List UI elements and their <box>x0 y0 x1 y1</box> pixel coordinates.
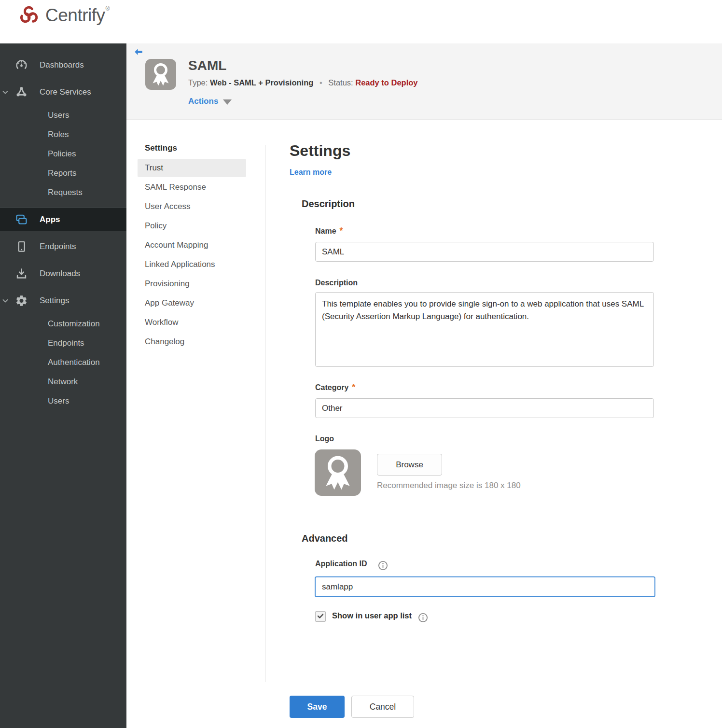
sidebar-item-endpoints[interactable]: Endpoints <box>0 237 126 256</box>
subnav-item-provisioning[interactable]: Provisioning <box>138 275 246 293</box>
back-arrow-icon[interactable] <box>133 47 144 57</box>
subnav-item-workflow[interactable]: Workflow <box>138 313 246 332</box>
subnav-item-changelog[interactable]: Changelog <box>138 333 246 351</box>
sidebar-item-label: Downloads <box>40 269 80 279</box>
subnav-item-label: Linked Applications <box>145 260 215 269</box>
chevron-down-icon <box>1 88 9 96</box>
ribbon-icon <box>145 59 176 90</box>
dashboard-gauge-icon <box>15 59 28 72</box>
sidebar-item-policies[interactable]: Policies <box>0 144 126 164</box>
status-value: Ready to Deploy <box>355 78 417 87</box>
sidebar-item-core-services[interactable]: Core Services <box>0 83 126 102</box>
sidebar-item-roles[interactable]: Roles <box>0 125 126 144</box>
description-label: Description <box>315 279 358 287</box>
vertical-divider <box>265 145 265 682</box>
sidebar-item-downloads[interactable]: Downloads <box>0 264 126 283</box>
category-input[interactable] <box>315 398 654 418</box>
status-label: Status: <box>328 78 353 87</box>
browse-button[interactable]: Browse <box>377 454 442 476</box>
subnav-item-linked-applications[interactable]: Linked Applications <box>138 255 246 274</box>
sidebar-item-label: Authentication <box>48 358 100 367</box>
checkmark-icon <box>317 612 324 620</box>
subnav-heading: Settings <box>145 143 177 153</box>
sidebar: Dashboards Core Services Users Roles Pol… <box>0 43 126 728</box>
subnav-item-label: Policy <box>145 221 167 231</box>
name-input[interactable] <box>315 242 654 262</box>
type-label: Type: <box>188 78 208 87</box>
sidebar-item-label: Customization <box>48 319 100 329</box>
sidebar-item-label: Core Services <box>40 87 91 97</box>
gear-icon <box>15 294 28 308</box>
subnav-item-label: Changelog <box>145 337 184 347</box>
subnav-item-label: Workflow <box>145 318 179 327</box>
sidebar-item-label: Requests <box>48 188 83 197</box>
subnav-item-account-mapping[interactable]: Account Mapping <box>138 236 246 254</box>
description-textarea[interactable]: This template enables you to provide sin… <box>315 292 654 367</box>
actions-dropdown[interactable]: Actions <box>188 97 232 106</box>
required-asterisk: * <box>352 382 355 392</box>
learn-more-link[interactable]: Learn more <box>290 168 332 177</box>
application-id-input[interactable] <box>315 576 655 597</box>
sidebar-item-label: Users <box>48 396 69 406</box>
sidebar-item-label: Reports <box>48 168 77 178</box>
sidebar-item-label: Endpoints <box>40 242 76 252</box>
subnav-item-app-gateway[interactable]: App Gateway <box>138 294 246 312</box>
sidebar-item-settings-users[interactable]: Users <box>0 392 126 411</box>
name-label: Name* <box>315 226 343 236</box>
app-header: SAML Type: Web - SAML + Provisioning • S… <box>126 43 722 120</box>
logo-size-hint: Recommended image size is 180 x 180 <box>377 481 521 490</box>
info-icon[interactable] <box>418 613 428 623</box>
sidebar-item-label: Dashboards <box>40 60 84 70</box>
sidebar-item-network[interactable]: Network <box>0 372 126 392</box>
registered-mark: ® <box>105 5 110 12</box>
subnav-item-user-access[interactable]: User Access <box>138 197 246 216</box>
sidebar-item-label: Users <box>48 111 69 120</box>
subnav-item-trust[interactable]: Trust <box>138 159 246 177</box>
subnav-item-label: SAML Response <box>145 182 206 192</box>
meta-separator: • <box>319 78 322 87</box>
subnav-item-policy[interactable]: Policy <box>138 217 246 235</box>
sidebar-item-settings[interactable]: Settings <box>0 291 126 310</box>
chevron-down-icon <box>1 297 9 305</box>
logo-label: Logo <box>315 434 334 443</box>
sidebar-item-users[interactable]: Users <box>0 106 126 125</box>
endpoint-device-icon <box>15 240 28 253</box>
logo-preview <box>315 449 361 496</box>
sidebar-item-label: Roles <box>48 130 69 140</box>
sidebar-item-requests[interactable]: Requests <box>0 183 126 202</box>
sidebar-item-reports[interactable]: Reports <box>0 164 126 183</box>
actions-label: Actions <box>188 97 218 106</box>
app-title: SAML <box>188 58 226 73</box>
top-bar: Centrify ® <box>0 0 722 43</box>
subnav-item-label: App Gateway <box>145 298 194 308</box>
sidebar-item-customization[interactable]: Customization <box>0 314 126 334</box>
sidebar-item-label: Endpoints <box>48 338 84 348</box>
sidebar-item-dashboards[interactable]: Dashboards <box>0 56 126 75</box>
subnav-item-label: Trust <box>145 163 163 173</box>
apps-icon <box>15 213 28 226</box>
caret-down-icon <box>223 99 232 105</box>
subnav-item-saml-response[interactable]: SAML Response <box>138 178 246 196</box>
sidebar-item-apps[interactable]: Apps <box>0 208 126 231</box>
cancel-button[interactable]: Cancel <box>351 696 414 718</box>
sidebar-item-label: Settings <box>40 296 69 306</box>
app-logo <box>145 59 176 90</box>
sidebar-item-settings-endpoints[interactable]: Endpoints <box>0 334 126 353</box>
show-in-user-app-list-checkbox[interactable] <box>315 611 326 622</box>
application-id-label: Application ID <box>315 559 388 569</box>
subnav-item-label: Account Mapping <box>145 240 208 250</box>
download-icon <box>15 267 28 280</box>
required-asterisk: * <box>340 226 343 236</box>
brand-name: Centrify <box>45 5 105 26</box>
category-label: Category* <box>315 382 355 392</box>
core-services-icon <box>15 86 28 99</box>
subnav-item-label: User Access <box>145 202 190 211</box>
sidebar-item-label: Apps <box>40 215 60 224</box>
save-button[interactable]: Save <box>290 696 345 718</box>
app-meta: Type: Web - SAML + Provisioning • Status… <box>188 78 418 87</box>
type-value: Web - SAML + Provisioning <box>210 78 313 87</box>
sidebar-item-authentication[interactable]: Authentication <box>0 353 126 372</box>
show-in-user-app-list-label: Show in user app list <box>332 611 428 621</box>
info-icon[interactable] <box>378 560 388 571</box>
brand-logo[interactable]: Centrify ® <box>16 3 109 28</box>
